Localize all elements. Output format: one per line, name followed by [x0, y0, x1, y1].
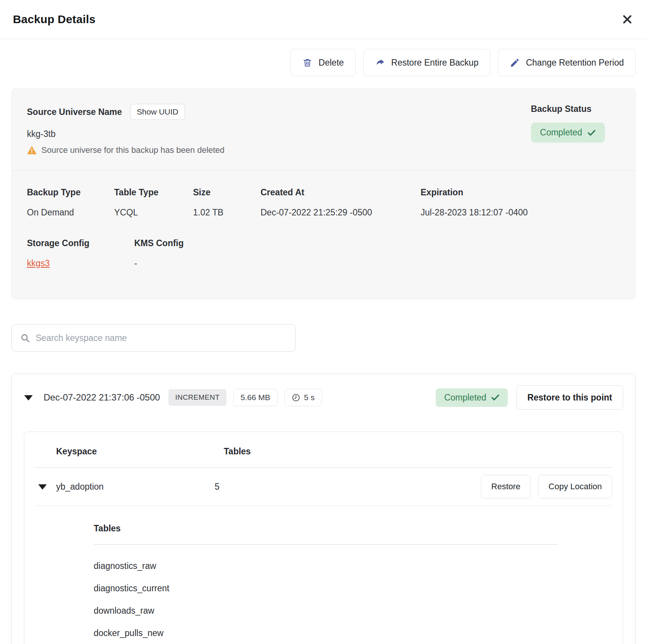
- backup-type-value: On Demand: [27, 207, 114, 218]
- warning-text: Source universe for this backup has been…: [41, 145, 225, 155]
- pencil-icon: [510, 58, 520, 68]
- keyspace-row-yb-adoption: yb_adoption 5 Restore Copy Location: [24, 468, 623, 506]
- delete-button[interactable]: Delete: [291, 49, 355, 76]
- toolbar: Delete Restore Entire Backup Change Rete…: [11, 49, 636, 76]
- keyspace-name: yb_adoption: [56, 482, 215, 492]
- backup-details-modal: Backup Details Delete Restore Entire Bac…: [0, 0, 647, 644]
- chevron-down-icon[interactable]: [38, 484, 47, 490]
- search-input[interactable]: [36, 333, 287, 343]
- increment-timestamp: Dec-07-2022 21:37:06 -0500: [44, 392, 160, 403]
- table-type-value: YCQL: [114, 207, 193, 218]
- increment-status-badge: Completed: [436, 388, 508, 407]
- kms-config-label: KMS Config: [134, 238, 620, 248]
- page-title: Backup Details: [13, 13, 96, 26]
- modal-header: Backup Details: [0, 0, 647, 39]
- increment-header-row: Dec-07-2022 21:37:06 -0500 INCREMENT 5.6…: [24, 385, 623, 410]
- restore-entire-backup-button[interactable]: Restore Entire Backup: [363, 49, 490, 76]
- field-storage-config: Storage Config kkgs3: [27, 238, 134, 269]
- table-type-label: Table Type: [114, 187, 193, 198]
- expiration-label: Expiration: [421, 187, 620, 198]
- change-retention-period-label: Change Retention Period: [526, 58, 624, 68]
- chevron-down-icon[interactable]: [24, 395, 33, 401]
- backup-type-label: Backup Type: [27, 187, 114, 198]
- field-expiration: Expiration Jul-28-2023 18:12:07 -0400: [421, 187, 620, 218]
- increment-status-text: Completed: [444, 393, 486, 403]
- tables-sublist-section: Tables diagnostics_raw diagnostics_curre…: [24, 506, 558, 644]
- table-list-item: diagnostics_current: [94, 584, 558, 593]
- warning-icon: [27, 146, 37, 155]
- show-uuid-button[interactable]: Show UUID: [130, 104, 185, 120]
- check-icon: [587, 129, 596, 136]
- search-icon: [20, 333, 30, 343]
- copy-location-button[interactable]: Copy Location: [538, 475, 612, 498]
- restore-arrow-icon: [375, 58, 385, 68]
- size-label: Size: [193, 187, 261, 198]
- storage-config-label: Storage Config: [27, 238, 134, 248]
- tables-list: diagnostics_raw diagnostics_current down…: [94, 561, 558, 644]
- increment-size-chip: 5.66 MB: [233, 389, 277, 406]
- clock-icon: [292, 393, 300, 402]
- trash-icon: [302, 58, 313, 68]
- source-universe-name-label: Source Universe Name: [27, 107, 122, 117]
- increment-duration-chip: 5 s: [284, 389, 322, 406]
- close-icon[interactable]: [620, 13, 634, 26]
- field-backup-type: Backup Type On Demand: [27, 187, 114, 218]
- source-universe-block: Source Universe Name Show UUID kkg-3tb S…: [27, 104, 225, 155]
- kms-config-value: -: [134, 258, 620, 269]
- size-value: 1.02 TB: [193, 207, 261, 218]
- field-table-type: Table Type YCQL: [114, 187, 193, 218]
- restore-to-this-point-button[interactable]: Restore to this point: [516, 385, 623, 410]
- universe-name: kkg-3tb: [27, 129, 225, 139]
- check-icon: [491, 394, 499, 401]
- table-list-item: downloads_raw: [94, 606, 558, 615]
- tables-sublist-header: Tables: [94, 523, 558, 534]
- backup-status-block: Backup Status Completed: [531, 104, 620, 143]
- keyspace-table-card: Keyspace Tables yb_adoption 5 Restore Co…: [24, 432, 623, 644]
- tables-sublist-divider: [94, 544, 558, 545]
- keyspace-table-header: Keyspace Tables: [24, 432, 623, 467]
- field-created-at: Created At Dec-07-2022 21:25:29 -0500: [261, 187, 421, 218]
- restore-entire-backup-label: Restore Entire Backup: [391, 58, 479, 68]
- increment-size-text: 5.66 MB: [240, 393, 270, 402]
- backup-status-text: Completed: [540, 127, 582, 138]
- summary-divider: [12, 170, 635, 171]
- table-list-item: diagnostics_raw: [94, 561, 558, 570]
- keyspace-search: [11, 324, 296, 352]
- field-size: Size 1.02 TB: [193, 187, 261, 218]
- keyspace-column-header: Keyspace: [56, 446, 224, 457]
- tables-column-header: Tables: [224, 446, 251, 457]
- increment-duration-text: 5 s: [304, 393, 315, 402]
- expiration-value: Jul-28-2023 18:12:07 -0400: [421, 207, 620, 218]
- tables-count: 5: [215, 482, 220, 492]
- config-fields: Storage Config kkgs3 KMS Config -: [27, 238, 620, 269]
- table-list-item: docker_pulls_new: [94, 628, 558, 638]
- created-at-label: Created At: [261, 187, 421, 198]
- backup-summary-panel: Source Universe Name Show UUID kkg-3tb S…: [11, 88, 636, 299]
- increment-type-chip: INCREMENT: [168, 389, 226, 406]
- backup-status-badge: Completed: [531, 123, 605, 143]
- delete-button-label: Delete: [319, 58, 344, 68]
- change-retention-period-button[interactable]: Change Retention Period: [498, 49, 636, 76]
- restore-button[interactable]: Restore: [481, 475, 531, 498]
- storage-config-link[interactable]: kkgs3: [27, 258, 50, 268]
- field-kms-config: KMS Config -: [134, 238, 620, 269]
- universe-deleted-warning: Source universe for this backup has been…: [27, 145, 225, 155]
- backup-status-label: Backup Status: [531, 104, 592, 114]
- backup-detail-fields: Backup Type On Demand Table Type YCQL Si…: [27, 187, 620, 218]
- created-at-value: Dec-07-2022 21:25:29 -0500: [261, 207, 421, 218]
- increment-backup-card: Dec-07-2022 21:37:06 -0500 INCREMENT 5.6…: [11, 374, 636, 644]
